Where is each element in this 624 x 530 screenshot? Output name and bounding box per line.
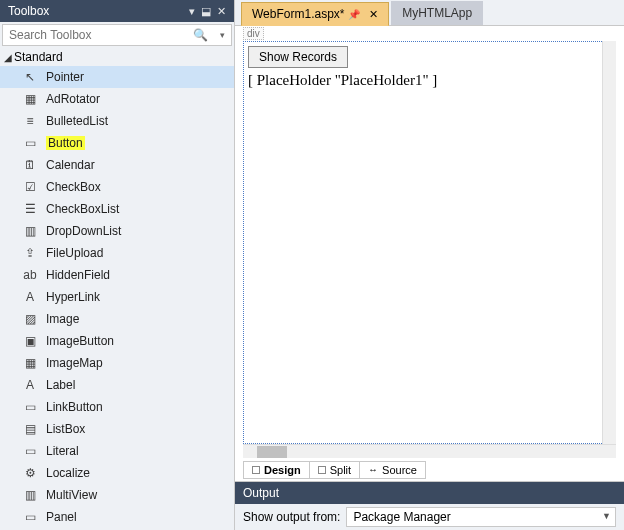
- toolbox-item-label: Panel: [46, 510, 77, 524]
- tag-navigator[interactable]: div: [235, 26, 624, 39]
- toolbox-item-label: CheckBox: [46, 180, 101, 194]
- toolbox-item-label: ImageButton: [46, 334, 114, 348]
- category-label: Standard: [14, 50, 63, 64]
- window-menu-icon[interactable]: ▾: [189, 5, 195, 18]
- toolbox-item-label: FileUpload: [46, 246, 103, 260]
- toolbox-item-label: CheckBoxList: [46, 202, 119, 216]
- toolbox-item-label[interactable]: ALabel: [0, 374, 234, 396]
- bulletedlist-icon: ≡: [22, 113, 38, 129]
- tab-pin-icon[interactable]: 📌: [348, 9, 360, 20]
- document-tabstrip: WebForm1.aspx* 📌 ✕ MyHTMLApp: [235, 0, 624, 26]
- toolbox-item-label: LinkButton: [46, 400, 103, 414]
- button-icon: ▭: [22, 135, 38, 151]
- output-panel-header[interactable]: Output: [235, 482, 624, 504]
- tab-label: WebForm1.aspx*: [252, 7, 344, 21]
- toolbox-item-label: Localize: [46, 466, 90, 480]
- toolbox-item-label: Calendar: [46, 158, 95, 172]
- imagebutton-icon: ▣: [22, 333, 38, 349]
- toolbox-item-hyperlink[interactable]: AHyperLink: [0, 286, 234, 308]
- tab-webform1[interactable]: WebForm1.aspx* 📌 ✕: [241, 2, 389, 26]
- toolbox-search[interactable]: 🔍 ▾: [2, 24, 232, 46]
- tag-div[interactable]: div: [243, 27, 264, 40]
- toolbox-item-button[interactable]: ▭Button: [0, 132, 234, 154]
- search-input[interactable]: [3, 26, 187, 44]
- vertical-scrollbar[interactable]: [602, 41, 616, 444]
- toolbox-item-label: AdRotator: [46, 92, 100, 106]
- close-icon[interactable]: ✕: [217, 5, 226, 18]
- linkbutton-icon: ▭: [22, 399, 38, 415]
- chevron-down-icon: ▼: [602, 511, 611, 521]
- literal-icon: ▭: [22, 443, 38, 459]
- calendar-icon: 🗓: [22, 157, 38, 173]
- view-tab-design[interactable]: Design: [243, 461, 310, 479]
- toolbox-item-label: Pointer: [46, 70, 84, 84]
- multiview-icon: ▥: [22, 487, 38, 503]
- toolbox-item-label: MultiView: [46, 488, 97, 502]
- toolbox-item-bulletedlist[interactable]: ≡BulletedList: [0, 110, 234, 132]
- toolbox-item-label: HyperLink: [46, 290, 100, 304]
- toolbox-item-listbox[interactable]: ▤ListBox: [0, 418, 234, 440]
- toolbox-item-checkboxlist[interactable]: ☰CheckBoxList: [0, 198, 234, 220]
- toolbox-item-label: ImageMap: [46, 356, 103, 370]
- category-header-standard[interactable]: ◢ Standard: [0, 48, 234, 66]
- output-source-value: Package Manager: [353, 510, 450, 524]
- collapse-icon: ◢: [4, 52, 12, 63]
- listbox-icon: ▤: [22, 421, 38, 437]
- view-tab-source[interactable]: ↔Source: [360, 461, 426, 479]
- toolbox-item-panel[interactable]: ▭Panel: [0, 506, 234, 528]
- toolbox-item-label: DropDownList: [46, 224, 121, 238]
- show-records-button[interactable]: Show Records: [248, 46, 348, 68]
- toolbox-header: Toolbox ▾ ⬓ ✕: [0, 0, 234, 22]
- view-tab-split[interactable]: Split: [310, 461, 360, 479]
- source-icon: ↔: [368, 464, 378, 475]
- design-icon: [252, 466, 260, 474]
- toolbox-item-image[interactable]: ▨Image: [0, 308, 234, 330]
- toolbox-item-multiview[interactable]: ▥MultiView: [0, 484, 234, 506]
- output-source-dropdown[interactable]: Package Manager ▼: [346, 507, 616, 527]
- toolbox-item-dropdownlist[interactable]: ▥DropDownList: [0, 220, 234, 242]
- design-surface[interactable]: Show Records [ PlaceHolder "PlaceHolder1…: [243, 41, 616, 444]
- toolbox-item-imagemap[interactable]: ▦ImageMap: [0, 352, 234, 374]
- toolbox-item-label: Literal: [46, 444, 79, 458]
- toolbox-item-calendar[interactable]: 🗓Calendar: [0, 154, 234, 176]
- pointer-icon: ↖: [22, 69, 38, 85]
- dropdownlist-icon: ▥: [22, 223, 38, 239]
- toolbox-item-imagebutton[interactable]: ▣ImageButton: [0, 330, 234, 352]
- pin-icon[interactable]: ⬓: [201, 5, 211, 18]
- tab-close-icon[interactable]: ✕: [369, 8, 378, 20]
- search-clear-icon[interactable]: ▾: [214, 30, 231, 40]
- hiddenfield-icon: ab: [22, 267, 38, 283]
- toolbox-item-label: HiddenField: [46, 268, 110, 282]
- panel-icon: ▭: [22, 509, 38, 525]
- toolbox-item-label: Label: [46, 378, 75, 392]
- view-mode-tabs: Design Split ↔Source: [235, 458, 624, 482]
- hyperlink-icon: A: [22, 289, 38, 305]
- toolbox-item-label: ListBox: [46, 422, 85, 436]
- split-icon: [318, 466, 326, 474]
- editor-area: WebForm1.aspx* 📌 ✕ MyHTMLApp div Show Re…: [235, 0, 624, 530]
- toolbox-item-linkbutton[interactable]: ▭LinkButton: [0, 396, 234, 418]
- tab-myhtmlapp[interactable]: MyHTMLApp: [391, 1, 483, 25]
- imagemap-icon: ▦: [22, 355, 38, 371]
- tab-label: MyHTMLApp: [402, 6, 472, 20]
- toolbox-item-fileupload[interactable]: ⇪FileUpload: [0, 242, 234, 264]
- toolbox-item-label: Button: [46, 136, 85, 150]
- toolbox-item-hiddenfield[interactable]: abHiddenField: [0, 264, 234, 286]
- horizontal-scrollbar[interactable]: [243, 444, 616, 458]
- toolbox-panel: Toolbox ▾ ⬓ ✕ 🔍 ▾ ◢ Standard ↖Pointer▦Ad…: [0, 0, 235, 530]
- image-icon: ▨: [22, 311, 38, 327]
- toolbox-item-adrotator[interactable]: ▦AdRotator: [0, 88, 234, 110]
- checkboxlist-icon: ☰: [22, 201, 38, 217]
- output-from-label: Show output from:: [243, 510, 340, 524]
- toolbox-item-literal[interactable]: ▭Literal: [0, 440, 234, 462]
- label-icon: A: [22, 377, 38, 393]
- search-icon[interactable]: 🔍: [187, 28, 214, 42]
- toolbox-items: ↖Pointer▦AdRotator≡BulletedList▭Button🗓C…: [0, 66, 234, 530]
- toolbox-item-localize[interactable]: ⚙Localize: [0, 462, 234, 484]
- toolbox-item-label: BulletedList: [46, 114, 108, 128]
- placeholder-control[interactable]: [ PlaceHolder "PlaceHolder1" ]: [248, 72, 611, 89]
- toolbox-item-pointer[interactable]: ↖Pointer: [0, 66, 234, 88]
- toolbox-item-checkbox[interactable]: ☑CheckBox: [0, 176, 234, 198]
- checkbox-icon: ☑: [22, 179, 38, 195]
- toolbox-title: Toolbox: [8, 4, 49, 18]
